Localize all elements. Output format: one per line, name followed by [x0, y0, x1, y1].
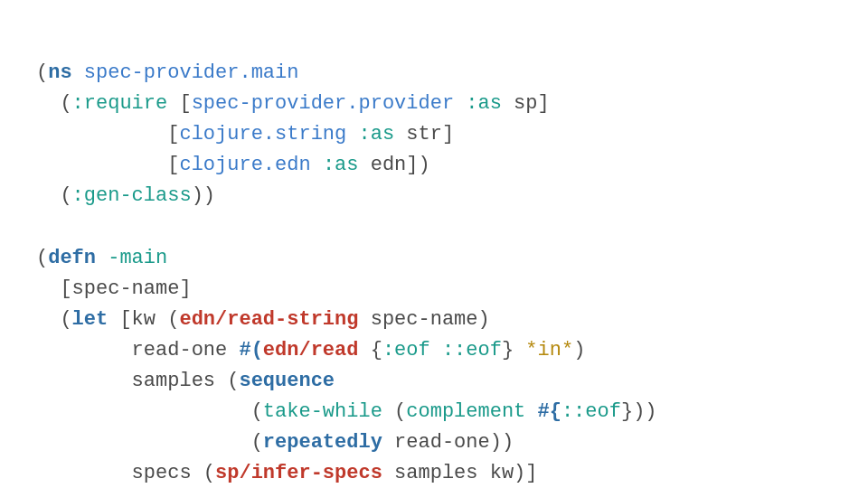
- line-9: (let [kw (edn/read-string spec-name): [36, 308, 490, 331]
- line-12: (take-while (complement #{::eof})): [36, 400, 657, 423]
- line-5: (:gen-class)): [36, 184, 215, 207]
- line-2: (:require [spec-provider.provider :as sp…: [36, 92, 550, 115]
- line-13: (repeatedly read-one)): [36, 431, 514, 454]
- line-14: specs (sp/infer-specs samples kw)]: [36, 462, 538, 484]
- line-1: (ns spec-provider.main: [36, 61, 298, 84]
- line-11: samples (sequence: [36, 370, 335, 392]
- line-8: [spec-name]: [36, 277, 192, 300]
- line-3: [clojure.string :as str]: [36, 123, 454, 145]
- line-7: (defn -main: [36, 247, 167, 269]
- line-10: read-one #(edn/read {:eof ::eof} *in*): [36, 339, 585, 361]
- line-4: [clojure.edn :as edn]): [36, 154, 430, 176]
- code-editor: (ns spec-provider.main (:require [spec-p…: [36, 27, 832, 488]
